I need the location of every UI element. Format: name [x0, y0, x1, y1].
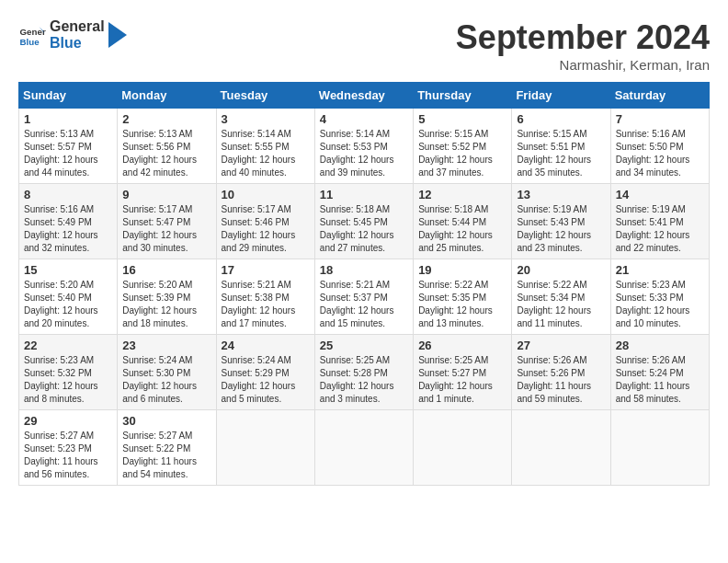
- day-number: 15: [24, 263, 112, 277]
- cell-content: Sunrise: 5:24 AMSunset: 5:30 PMDaylight:…: [122, 355, 197, 404]
- day-number: 13: [517, 188, 605, 201]
- month-title: September 2024: [456, 18, 710, 57]
- cell-content: Sunrise: 5:16 AMSunset: 5:49 PMDaylight:…: [24, 204, 98, 253]
- cell-content: Sunrise: 5:21 AMSunset: 5:38 PMDaylight:…: [222, 280, 296, 328]
- cell-content: Sunrise: 5:15 AMSunset: 5:51 PMDaylight:…: [517, 129, 591, 178]
- page-header: General Blue General Blue September 2024…: [18, 18, 710, 73]
- cell-content: Sunrise: 5:20 AMSunset: 5:40 PMDaylight:…: [24, 280, 98, 328]
- calendar-cell: 3 Sunrise: 5:14 AMSunset: 5:55 PMDayligh…: [216, 109, 314, 184]
- cell-content: Sunrise: 5:20 AMSunset: 5:39 PMDaylight:…: [122, 280, 197, 328]
- day-number: 4: [320, 112, 408, 126]
- svg-text:General: General: [20, 27, 47, 37]
- calendar-cell: 25 Sunrise: 5:25 AMSunset: 5:28 PMDaylig…: [314, 335, 413, 410]
- logo-general: General: [50, 18, 105, 35]
- calendar-cell: 2 Sunrise: 5:13 AMSunset: 5:56 PMDayligh…: [118, 109, 216, 184]
- calendar-cell: 22 Sunrise: 5:23 AMSunset: 5:32 PMDaylig…: [19, 335, 118, 410]
- logo: General Blue General Blue: [18, 18, 127, 51]
- column-header-friday: Friday: [512, 83, 610, 109]
- cell-content: Sunrise: 5:21 AMSunset: 5:37 PMDaylight:…: [320, 280, 394, 328]
- cell-content: Sunrise: 5:14 AMSunset: 5:55 PMDaylight:…: [222, 129, 296, 178]
- day-number: 20: [517, 263, 605, 277]
- cell-content: Sunrise: 5:25 AMSunset: 5:28 PMDaylight:…: [320, 355, 394, 404]
- calendar-cell: [512, 410, 610, 486]
- cell-content: Sunrise: 5:13 AMSunset: 5:56 PMDaylight:…: [122, 129, 197, 178]
- calendar-week-row: 15 Sunrise: 5:20 AMSunset: 5:40 PMDaylig…: [19, 259, 710, 335]
- cell-content: Sunrise: 5:23 AMSunset: 5:32 PMDaylight:…: [24, 355, 98, 404]
- day-number: 14: [616, 188, 704, 201]
- calendar-cell: 12 Sunrise: 5:18 AMSunset: 5:44 PMDaylig…: [414, 184, 512, 259]
- calendar-cell: 11 Sunrise: 5:18 AMSunset: 5:45 PMDaylig…: [314, 184, 413, 259]
- day-number: 21: [616, 263, 704, 277]
- calendar-cell: 8 Sunrise: 5:16 AMSunset: 5:49 PMDayligh…: [19, 184, 118, 259]
- calendar-cell: [314, 410, 413, 486]
- calendar-cell: [414, 410, 512, 486]
- calendar-cell: 20 Sunrise: 5:22 AMSunset: 5:34 PMDaylig…: [512, 259, 610, 335]
- calendar-cell: 13 Sunrise: 5:19 AMSunset: 5:43 PMDaylig…: [512, 184, 610, 259]
- cell-content: Sunrise: 5:27 AMSunset: 5:22 PMDaylight:…: [122, 431, 197, 479]
- day-number: 11: [320, 188, 408, 201]
- cell-content: Sunrise: 5:19 AMSunset: 5:43 PMDaylight:…: [517, 204, 591, 253]
- calendar-table: SundayMondayTuesdayWednesdayThursdayFrid…: [18, 82, 710, 486]
- calendar-cell: 7 Sunrise: 5:16 AMSunset: 5:50 PMDayligh…: [610, 109, 709, 184]
- day-number: 19: [418, 263, 506, 277]
- calendar-cell: 4 Sunrise: 5:14 AMSunset: 5:53 PMDayligh…: [314, 109, 413, 184]
- calendar-cell: 30 Sunrise: 5:27 AMSunset: 5:22 PMDaylig…: [118, 410, 216, 486]
- cell-content: Sunrise: 5:18 AMSunset: 5:45 PMDaylight:…: [320, 204, 394, 253]
- calendar-cell: 9 Sunrise: 5:17 AMSunset: 5:47 PMDayligh…: [118, 184, 216, 259]
- cell-content: Sunrise: 5:23 AMSunset: 5:33 PMDaylight:…: [616, 280, 690, 328]
- calendar-cell: 5 Sunrise: 5:15 AMSunset: 5:52 PMDayligh…: [414, 109, 512, 184]
- calendar-cell: 24 Sunrise: 5:24 AMSunset: 5:29 PMDaylig…: [216, 335, 314, 410]
- day-number: 8: [24, 188, 112, 201]
- calendar-week-row: 22 Sunrise: 5:23 AMSunset: 5:32 PMDaylig…: [19, 335, 710, 410]
- svg-text:Blue: Blue: [20, 36, 40, 46]
- logo-blue: Blue: [50, 35, 105, 52]
- calendar-cell: [610, 410, 709, 486]
- calendar-week-row: 29 Sunrise: 5:27 AMSunset: 5:23 PMDaylig…: [19, 410, 710, 486]
- calendar-cell: 1 Sunrise: 5:13 AMSunset: 5:57 PMDayligh…: [19, 109, 118, 184]
- day-number: 25: [320, 339, 408, 352]
- calendar-week-row: 1 Sunrise: 5:13 AMSunset: 5:57 PMDayligh…: [19, 109, 710, 184]
- calendar-cell: 15 Sunrise: 5:20 AMSunset: 5:40 PMDaylig…: [19, 259, 118, 335]
- day-number: 17: [222, 263, 310, 277]
- cell-content: Sunrise: 5:22 AMSunset: 5:34 PMDaylight:…: [517, 280, 591, 328]
- day-number: 27: [517, 339, 605, 352]
- cell-content: Sunrise: 5:15 AMSunset: 5:52 PMDaylight:…: [418, 129, 493, 178]
- day-number: 2: [122, 112, 210, 126]
- cell-content: Sunrise: 5:14 AMSunset: 5:53 PMDaylight:…: [320, 129, 394, 178]
- cell-content: Sunrise: 5:17 AMSunset: 5:46 PMDaylight:…: [222, 204, 296, 253]
- cell-content: Sunrise: 5:26 AMSunset: 5:24 PMDaylight:…: [616, 355, 690, 404]
- column-header-monday: Monday: [118, 83, 216, 109]
- logo-icon: General Blue: [18, 21, 46, 49]
- calendar-header-row: SundayMondayTuesdayWednesdayThursdayFrid…: [19, 83, 710, 109]
- day-number: 6: [517, 112, 605, 126]
- day-number: 28: [616, 339, 704, 352]
- day-number: 16: [122, 263, 210, 277]
- day-number: 30: [122, 414, 210, 428]
- day-number: 1: [24, 112, 112, 126]
- day-number: 22: [24, 339, 112, 352]
- cell-content: Sunrise: 5:26 AMSunset: 5:26 PMDaylight:…: [517, 355, 591, 404]
- column-header-thursday: Thursday: [414, 83, 512, 109]
- cell-content: Sunrise: 5:13 AMSunset: 5:57 PMDaylight:…: [24, 129, 98, 178]
- cell-content: Sunrise: 5:17 AMSunset: 5:47 PMDaylight:…: [122, 204, 197, 253]
- cell-content: Sunrise: 5:18 AMSunset: 5:44 PMDaylight:…: [418, 204, 493, 253]
- calendar-cell: 14 Sunrise: 5:19 AMSunset: 5:41 PMDaylig…: [610, 184, 709, 259]
- calendar-cell: 6 Sunrise: 5:15 AMSunset: 5:51 PMDayligh…: [512, 109, 610, 184]
- calendar-cell: 10 Sunrise: 5:17 AMSunset: 5:46 PMDaylig…: [216, 184, 314, 259]
- cell-content: Sunrise: 5:25 AMSunset: 5:27 PMDaylight:…: [418, 355, 493, 404]
- cell-content: Sunrise: 5:24 AMSunset: 5:29 PMDaylight:…: [222, 355, 296, 404]
- day-number: 3: [222, 112, 310, 126]
- calendar-cell: 19 Sunrise: 5:22 AMSunset: 5:35 PMDaylig…: [414, 259, 512, 335]
- cell-content: Sunrise: 5:27 AMSunset: 5:23 PMDaylight:…: [24, 431, 98, 479]
- cell-content: Sunrise: 5:22 AMSunset: 5:35 PMDaylight:…: [418, 280, 493, 328]
- calendar-cell: 16 Sunrise: 5:20 AMSunset: 5:39 PMDaylig…: [118, 259, 216, 335]
- day-number: 24: [222, 339, 310, 352]
- day-number: 7: [616, 112, 704, 126]
- day-number: 9: [122, 188, 210, 201]
- cell-content: Sunrise: 5:16 AMSunset: 5:50 PMDaylight:…: [616, 129, 690, 178]
- calendar-cell: 26 Sunrise: 5:25 AMSunset: 5:27 PMDaylig…: [414, 335, 512, 410]
- calendar-cell: 21 Sunrise: 5:23 AMSunset: 5:33 PMDaylig…: [610, 259, 709, 335]
- calendar-cell: 23 Sunrise: 5:24 AMSunset: 5:30 PMDaylig…: [118, 335, 216, 410]
- svg-marker-4: [108, 22, 127, 48]
- location: Narmashir, Kerman, Iran: [456, 57, 710, 73]
